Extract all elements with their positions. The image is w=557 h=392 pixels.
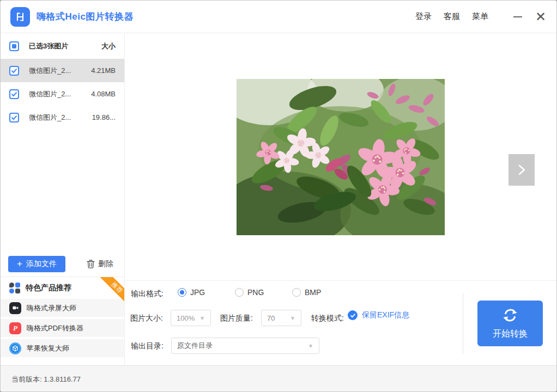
minimize-icon <box>513 16 522 17</box>
image-size-label: 图片大小: <box>130 314 163 323</box>
radio-icon <box>235 288 244 297</box>
settings-divider <box>463 293 463 354</box>
mode-label: 转换模式: <box>311 314 344 323</box>
app-window: 嗨格式Heic图片转换器 登录 客服 菜单 ✕ 已选3张图片 大小 微信图片_2… <box>0 0 557 392</box>
file-size: 19.86... <box>92 113 116 121</box>
image-size-select[interactable]: 100% ▼ <box>171 310 211 326</box>
exif-label: 保留EXIF信息 <box>362 310 409 320</box>
trash-icon <box>87 260 95 268</box>
file-checkbox[interactable] <box>9 113 19 122</box>
file-size: 4.08MB <box>91 90 116 98</box>
preview-area <box>125 34 556 280</box>
product-label: 嗨格式录屏大师 <box>27 303 76 313</box>
output-format-label: 输出格式: <box>131 289 164 299</box>
radio-icon <box>292 288 301 297</box>
product-apple-recovery[interactable]: 苹果恢复大师 <box>1 339 124 357</box>
app-logo-icon <box>10 7 30 27</box>
select-all-checkbox[interactable] <box>9 41 19 51</box>
version-label: 当前版本: 1.3.8116.77 <box>11 375 81 384</box>
menu-link[interactable]: 菜单 <box>472 11 488 22</box>
plus-icon: + <box>17 259 22 268</box>
delete-button[interactable]: 删除 <box>83 257 117 271</box>
file-checkbox[interactable] <box>9 89 19 99</box>
radio-icon <box>178 288 186 297</box>
quality-select[interactable]: 70 ▼ <box>261 310 301 326</box>
apple-recovery-icon <box>9 342 21 354</box>
file-row[interactable]: 微信图片_2... 4.21MB <box>1 59 124 82</box>
file-sidebar: 已选3张图片 大小 微信图片_2... 4.21MB 微信图片_2... 4.0… <box>1 34 125 365</box>
title-bar: 嗨格式Heic图片转换器 登录 客服 菜单 ✕ <box>1 1 556 33</box>
conversion-settings: 输出格式: JPG PNG BMP 图片大小: 100% ▼ 图片质量: 70 … <box>125 280 556 365</box>
file-row[interactable]: 微信图片_2... 4.08MB <box>1 82 124 106</box>
output-dir-select[interactable]: 原文件目录 ▼ <box>171 338 319 354</box>
file-name: 微信图片_2... <box>29 89 91 99</box>
app-title: 嗨格式Heic图片转换器 <box>37 10 134 23</box>
close-icon: ✕ <box>535 10 546 23</box>
start-conversion-button[interactable]: 开始转换 <box>477 301 543 346</box>
file-name: 微信图片_2... <box>29 113 92 122</box>
add-files-label: 添加文件 <box>26 259 57 269</box>
close-button[interactable]: ✕ <box>531 8 550 26</box>
file-actions-bar: + 添加文件 删除 <box>1 251 124 277</box>
next-image-button[interactable] <box>508 154 535 186</box>
product-pdf-converter[interactable]: P 嗨格式PDF转换器 <box>1 319 124 337</box>
product-label: 苹果恢复大师 <box>27 344 69 353</box>
file-row[interactable]: 微信图片_2... 19.86... <box>1 106 124 129</box>
minimize-button[interactable] <box>508 8 527 26</box>
image-preview <box>237 79 445 235</box>
exif-toggle[interactable]: 保留EXIF信息 <box>348 310 409 320</box>
pdf-converter-icon: P <box>9 322 21 334</box>
format-radio-bmp[interactable]: BMP <box>292 288 321 297</box>
product-label: 嗨格式PDF转换器 <box>27 323 83 333</box>
file-size: 4.21MB <box>91 66 116 75</box>
output-dir-label: 输出目录: <box>131 341 164 351</box>
chevron-down-icon: ▼ <box>308 343 313 349</box>
recommend-ribbon: 推荐 <box>95 277 124 307</box>
selected-count-label: 已选3张图片 <box>29 41 101 51</box>
status-bar: 当前版本: 1.3.8116.77 <box>1 365 556 392</box>
size-column-header: 大小 <box>101 41 116 51</box>
chevron-right-icon <box>516 163 528 176</box>
quality-label: 图片质量: <box>220 314 253 323</box>
products-header-label: 特色产品推荐 <box>26 283 71 293</box>
file-name: 微信图片_2... <box>29 66 91 76</box>
add-files-button[interactable]: + 添加文件 <box>8 256 65 272</box>
login-link[interactable]: 登录 <box>415 11 432 22</box>
support-link[interactable]: 客服 <box>444 11 460 22</box>
format-radio-jpg[interactable]: JPG <box>178 288 205 297</box>
check-circle-icon <box>348 310 358 320</box>
chevron-down-icon: ▼ <box>290 315 295 321</box>
chevron-down-icon: ▼ <box>199 315 205 321</box>
file-checkbox[interactable] <box>9 66 19 76</box>
delete-label: 删除 <box>98 259 113 269</box>
grid-dots-icon <box>9 283 20 293</box>
refresh-icon <box>502 307 518 323</box>
format-radio-png[interactable]: PNG <box>235 288 264 297</box>
file-list-header: 已选3张图片 大小 <box>1 34 124 59</box>
recommended-products: 特色产品推荐 推荐 嗨格式录屏大师 P 嗨格式PDF转换器 <box>1 277 124 365</box>
screen-recorder-icon <box>9 302 21 314</box>
start-conversion-label: 开始转换 <box>493 328 528 340</box>
